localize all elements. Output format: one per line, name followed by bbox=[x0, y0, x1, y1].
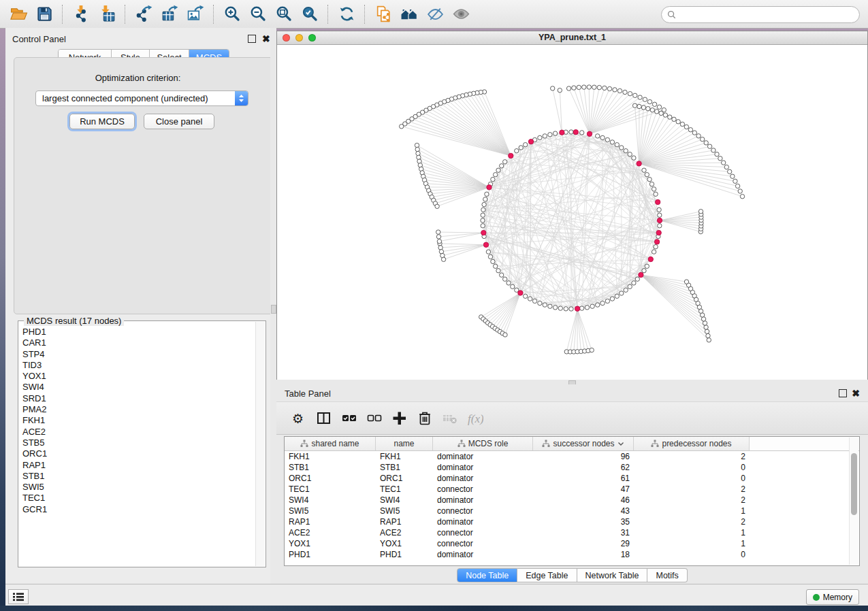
show-panel-button[interactable] bbox=[448, 3, 474, 26]
home-button[interactable] bbox=[396, 3, 422, 26]
network-nodes[interactable] bbox=[400, 85, 745, 354]
delete-column-button[interactable] bbox=[412, 406, 437, 431]
network-window-title: YPA_prune.txt_1 bbox=[277, 33, 867, 42]
zoom-out-button[interactable] bbox=[245, 3, 271, 26]
result-node-item[interactable]: ORC1 bbox=[21, 448, 255, 459]
table-row[interactable]: FKH1FKH1dominator962 bbox=[285, 451, 859, 462]
cell-successor_nodes: 29 bbox=[533, 538, 634, 549]
tab-edge-table[interactable]: Edge Table bbox=[517, 568, 577, 582]
svg-text:⚙: ⚙ bbox=[292, 411, 304, 426]
zoom-selected-button[interactable] bbox=[297, 3, 323, 26]
result-node-item[interactable]: STP4 bbox=[21, 349, 255, 360]
settings-button[interactable]: ⚙ bbox=[286, 406, 311, 431]
cell-successor_nodes: 18 bbox=[533, 549, 634, 560]
memory-button[interactable]: Memory bbox=[806, 589, 859, 605]
result-node-item[interactable]: TID3 bbox=[21, 360, 255, 371]
cell-successor_nodes: 35 bbox=[533, 516, 634, 527]
result-node-item[interactable]: SWI4 bbox=[21, 382, 255, 393]
network-canvas[interactable] bbox=[277, 45, 867, 380]
result-node-item[interactable]: ACE2 bbox=[21, 427, 255, 437]
main-toolbar bbox=[0, 0, 868, 29]
table-tabs: Node TableEdge TableNetwork TableMotifs bbox=[276, 568, 868, 582]
network-graph[interactable] bbox=[277, 45, 867, 380]
column-header-predecessor-nodes[interactable]: predecessor nodes bbox=[634, 437, 750, 450]
control-panel-title: Control Panel bbox=[12, 34, 66, 44]
close-panel-icon[interactable]: ✖ bbox=[262, 35, 270, 43]
import-network-button[interactable] bbox=[68, 3, 94, 26]
refresh-button[interactable] bbox=[334, 3, 359, 26]
tab-network-table[interactable]: Network Table bbox=[577, 568, 648, 582]
function-builder-button[interactable]: f(x) bbox=[462, 406, 487, 431]
result-scrollbar[interactable] bbox=[255, 322, 265, 566]
scrollbar-thumb[interactable] bbox=[851, 453, 857, 515]
export-table-button[interactable] bbox=[157, 3, 182, 26]
result-node-item[interactable]: STB1 bbox=[21, 471, 255, 482]
node-table: shared namenameMCDS rolesuccessor nodesp… bbox=[284, 436, 860, 566]
hide-panel-button[interactable] bbox=[422, 3, 448, 26]
table-row[interactable]: TEC1TEC1connector472 bbox=[285, 484, 859, 495]
table-row[interactable]: SWI5SWI5connector431 bbox=[285, 506, 859, 516]
deselect-all-button[interactable] bbox=[361, 406, 387, 431]
result-node-item[interactable]: GCR1 bbox=[21, 504, 255, 515]
result-node-item[interactable]: STB5 bbox=[21, 437, 255, 448]
save-session-icon bbox=[35, 5, 54, 23]
float-panel-icon[interactable] bbox=[839, 389, 847, 397]
delete-table-button[interactable] bbox=[437, 406, 462, 431]
export-image-icon bbox=[187, 5, 205, 23]
add-column-button[interactable] bbox=[387, 406, 412, 431]
network-from-file-button[interactable] bbox=[370, 3, 396, 26]
result-node-item[interactable]: SWI5 bbox=[21, 482, 255, 493]
open-file-button[interactable] bbox=[5, 3, 31, 26]
result-node-item[interactable]: RAP1 bbox=[21, 460, 255, 471]
save-session-button[interactable] bbox=[31, 3, 57, 26]
cell-mcds_role: dominator bbox=[433, 451, 533, 462]
cell-predecessor_nodes: 1 bbox=[634, 506, 750, 516]
toolbar-separator bbox=[213, 5, 214, 24]
column-view-button[interactable] bbox=[311, 406, 336, 431]
tab-motifs[interactable]: Motifs bbox=[647, 568, 687, 582]
cell-name: ORC1 bbox=[376, 473, 433, 484]
tab-node-table[interactable]: Node Table bbox=[457, 568, 517, 582]
table-row[interactable]: SWI4SWI4dominator462 bbox=[285, 495, 859, 506]
select-all-button[interactable] bbox=[336, 406, 361, 431]
export-network-button[interactable] bbox=[131, 3, 157, 26]
search-input[interactable] bbox=[679, 8, 854, 22]
status-list-button[interactable] bbox=[8, 589, 29, 604]
float-panel-icon[interactable] bbox=[248, 35, 256, 43]
toolbar-separator bbox=[364, 5, 366, 24]
column-header-shared-name[interactable]: shared name bbox=[285, 437, 376, 450]
cell-predecessor_nodes: 2 bbox=[634, 484, 750, 495]
cell-mcds_role: dominator bbox=[433, 516, 533, 527]
result-node-item[interactable]: SRD1 bbox=[21, 393, 255, 404]
export-image-button[interactable] bbox=[182, 3, 208, 26]
vertical-splitter[interactable] bbox=[270, 28, 276, 584]
result-node-item[interactable]: TEC1 bbox=[21, 493, 255, 503]
horizontal-splitter[interactable] bbox=[276, 380, 868, 384]
result-node-item[interactable]: FKH1 bbox=[21, 415, 255, 426]
table-row[interactable]: STB1STB1dominator620 bbox=[285, 462, 859, 473]
table-row[interactable]: PHD1PHD1dominator180 bbox=[285, 549, 859, 560]
table-row[interactable]: RAP1RAP1dominator352 bbox=[285, 516, 859, 527]
column-header-MCDS-role[interactable]: MCDS role bbox=[433, 437, 533, 450]
optimization-criterion-select[interactable]: largest connected component (undirected) bbox=[35, 90, 248, 106]
column-header-successor-nodes[interactable]: successor nodes bbox=[533, 437, 634, 450]
cell-shared_name: STB1 bbox=[285, 462, 376, 473]
result-node-item[interactable]: PHD1 bbox=[21, 327, 255, 337]
import-table-button[interactable] bbox=[94, 3, 120, 26]
result-node-item[interactable]: PMA2 bbox=[21, 404, 255, 415]
table-row[interactable]: ACE2ACE2connector311 bbox=[285, 527, 859, 538]
zoom-in-button[interactable] bbox=[219, 3, 245, 26]
result-node-item[interactable]: CAR1 bbox=[21, 337, 255, 348]
network-window-titlebar[interactable]: YPA_prune.txt_1 bbox=[277, 31, 867, 45]
splitter-handle[interactable] bbox=[271, 305, 276, 314]
svg-text:f(x): f(x) bbox=[468, 412, 483, 425]
zoom-fit-button[interactable] bbox=[271, 3, 297, 26]
table-scrollbar[interactable] bbox=[849, 437, 858, 565]
result-node-item[interactable]: YOX1 bbox=[21, 371, 255, 382]
table-row[interactable]: ORC1ORC1dominator610 bbox=[285, 473, 859, 484]
table-row[interactable]: YOX1YOX1connector291 bbox=[285, 538, 859, 549]
column-header-name[interactable]: name bbox=[376, 437, 433, 450]
close-panel-button[interactable]: Close panel bbox=[144, 114, 214, 129]
run-mcds-button[interactable]: Run MCDS bbox=[69, 114, 135, 129]
close-panel-icon[interactable]: ✖ bbox=[852, 389, 860, 397]
